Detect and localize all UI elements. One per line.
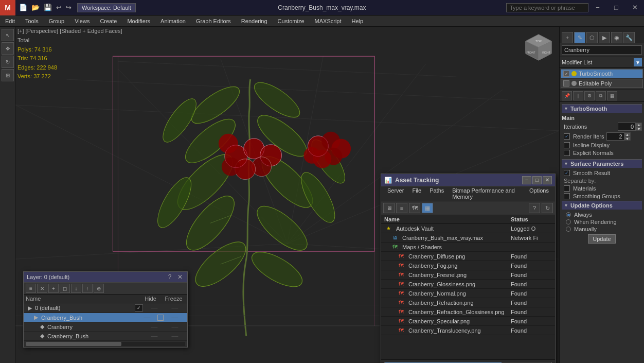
menu-item-edit[interactable]: Edit	[0, 15, 20, 26]
menu-item-customize[interactable]: Customize	[273, 15, 310, 26]
layer-tool-delete[interactable]: ✕	[37, 284, 47, 293]
mod-item-turbosmooth[interactable]: ✓ TurboSmooth	[561, 69, 643, 78]
layer-panel-help-button[interactable]: ?	[166, 273, 174, 281]
mod-tool-2[interactable]: ⚙	[584, 91, 595, 100]
close-button[interactable]: ✕	[625, 0, 644, 15]
layer-tool-list[interactable]: ≡	[26, 284, 36, 293]
materials-checkbox[interactable]	[564, 185, 570, 192]
menu-item-group[interactable]: Group	[44, 15, 70, 26]
smoothing-groups-checkbox[interactable]	[564, 193, 570, 199]
menu-item-maxscript[interactable]: MAXScript	[310, 15, 347, 26]
render-iters-checkbox[interactable]: ✓	[564, 133, 570, 140]
mod-tool-pin[interactable]: 📌	[562, 91, 572, 100]
asset-row-maps[interactable]: 🗺 Maps / Shaders	[381, 243, 555, 252]
layer-hide-0[interactable]: ✓	[135, 304, 143, 312]
workspace-selector[interactable]: Workspace: Default	[77, 3, 136, 12]
surface-params-arrow[interactable]: ▼	[564, 161, 568, 166]
open-icon[interactable]: 📂	[30, 3, 41, 12]
layer-tool-select[interactable]: ◻	[60, 284, 70, 293]
mod-checkbox-editablepoly[interactable]	[563, 80, 569, 87]
asset-menu-bitmap[interactable]: Bitmap Performance and Memory	[448, 187, 525, 200]
iterations-down[interactable]: ▼	[636, 127, 642, 131]
asset-row-diffuse[interactable]: 🗺 Cranberry_Diffuse.png Found	[381, 252, 555, 261]
nav-cube[interactable]: TOP FRONT RIGHT	[523, 32, 554, 63]
rtab-hierarchy[interactable]: ⬡	[586, 32, 598, 43]
asset-list[interactable]: ★ Autodesk Vault Logged O 🖥 Cranberry_Bu…	[381, 224, 555, 359]
asset-tool-3[interactable]: 🗺	[409, 203, 420, 213]
new-icon[interactable]: 📄	[17, 3, 29, 12]
rtab-display[interactable]: ◉	[611, 32, 622, 43]
rotate-tool[interactable]: ↻	[2, 56, 14, 68]
render-iters-up[interactable]: ▲	[624, 132, 631, 136]
layer-tool-move[interactable]: ↓	[71, 284, 81, 293]
layer-scrollbar[interactable]	[26, 342, 185, 346]
iterations-input[interactable]	[618, 123, 636, 131]
asset-row-refraction[interactable]: 🗺 Cranberry_Refraction.png Found	[381, 298, 555, 307]
mod-checkbox-turbosmooth[interactable]: ✓	[563, 71, 569, 77]
rtab-utilities[interactable]: 🔧	[623, 32, 635, 43]
menu-item-modifiers[interactable]: Modifiers	[122, 15, 155, 26]
asset-tool-help[interactable]: ?	[529, 203, 540, 213]
menu-item-rendering[interactable]: Rendering	[236, 15, 273, 26]
always-radio[interactable]	[566, 212, 571, 217]
asset-row-normal[interactable]: 🗺 Cranberry_Normal.png Found	[381, 289, 555, 298]
asset-tool-2[interactable]: ≡	[396, 203, 407, 213]
layer-tool-up[interactable]: ↑	[82, 284, 93, 293]
undo-icon[interactable]: ↩	[55, 3, 63, 12]
update-button[interactable]: Update	[588, 234, 615, 244]
menu-item-views[interactable]: Views	[69, 15, 95, 26]
asset-row-refraction-gloss[interactable]: 🗺 Cranberry_Refraction_Glossiness.png Fo…	[381, 307, 555, 317]
move-tool[interactable]: ✥	[2, 42, 14, 55]
layer-tool-merge[interactable]: ⊕	[94, 284, 104, 293]
asset-tracking-maximize[interactable]: □	[532, 176, 542, 184]
asset-row-specular[interactable]: 🗺 Cranberry_Specular.png Found	[381, 317, 555, 326]
layer-row-cranberry[interactable]: ◆ Cranberry ── ──	[24, 322, 187, 332]
asset-row-maxfile[interactable]: 🖥 Cranberry_Bush_max_vray.max Network Fi	[381, 233, 555, 243]
redo-icon[interactable]: ↪	[64, 3, 73, 12]
object-name-input[interactable]	[562, 45, 642, 55]
menu-item-help[interactable]: Help	[347, 15, 369, 26]
mod-tool-1[interactable]: |	[573, 91, 583, 100]
when-rendering-radio[interactable]	[566, 219, 571, 224]
minimize-button[interactable]: −	[588, 0, 607, 15]
mod-tool-4[interactable]: ▦	[607, 91, 617, 100]
layer-row-0[interactable]: ▶ 0 (default) ✓ ── ──	[24, 303, 187, 313]
manually-radio[interactable]	[566, 227, 571, 232]
asset-menu-server[interactable]: Server	[383, 187, 408, 200]
iterations-up[interactable]: ▲	[636, 123, 642, 127]
select-tool[interactable]: ↖	[2, 29, 14, 41]
viewport-container[interactable]: [+] [Perspective] [Shaded + Edged Faces]…	[15, 27, 559, 363]
menu-item-tools[interactable]: Tools	[20, 15, 44, 26]
asset-menu-options[interactable]: Options	[525, 187, 553, 200]
save-icon[interactable]: 💾	[42, 3, 53, 12]
asset-row-translucency[interactable]: 🗺 Cranberry_Translucency.png Found	[381, 326, 555, 335]
layer-freeze-cb-sq[interactable]	[157, 315, 164, 321]
render-iters-down[interactable]: ▼	[624, 136, 631, 141]
asset-row-vault[interactable]: ★ Autodesk Vault Logged O	[381, 224, 555, 233]
explicit-normals-checkbox[interactable]	[564, 150, 570, 156]
layer-row-cranberry-bush[interactable]: ▶ Cranberry_Bush ── ──	[24, 313, 187, 322]
update-options-arrow[interactable]: ▼	[564, 203, 568, 208]
rtab-create[interactable]: +	[562, 32, 573, 43]
mod-item-editablepoly[interactable]: Editable Poly	[561, 79, 643, 88]
asset-row-fresnel[interactable]: 🗺 Cranberry_Fresnel.png Found	[381, 270, 555, 280]
mod-tool-3[interactable]: ⧉	[596, 91, 606, 100]
asset-tool-refresh[interactable]: ↻	[542, 203, 553, 213]
asset-tool-4[interactable]: ▦	[422, 203, 433, 213]
layer-panel-close-button[interactable]: ✕	[176, 273, 184, 281]
isoline-checkbox[interactable]	[564, 142, 570, 148]
search-input[interactable]	[506, 3, 588, 12]
menu-item-create[interactable]: Create	[95, 15, 122, 26]
smooth-result-checkbox[interactable]: ✓	[564, 170, 570, 176]
rtab-motion[interactable]: ▶	[599, 32, 610, 43]
maximize-button[interactable]: □	[607, 0, 625, 15]
asset-menu-file[interactable]: File	[408, 187, 425, 200]
rtab-modify[interactable]: ✎	[574, 32, 585, 43]
layer-tool-add[interactable]: +	[48, 284, 59, 293]
asset-tracking-close[interactable]: ✕	[543, 176, 552, 184]
render-iters-input[interactable]	[606, 132, 624, 141]
menu-item-animation[interactable]: Animation	[155, 15, 191, 26]
asset-row-glossiness[interactable]: 🗺 Cranberry_Glossiness.png Found	[381, 280, 555, 289]
scale-tool[interactable]: ⊞	[2, 69, 14, 81]
asset-tracking-minimize[interactable]: −	[522, 176, 531, 184]
